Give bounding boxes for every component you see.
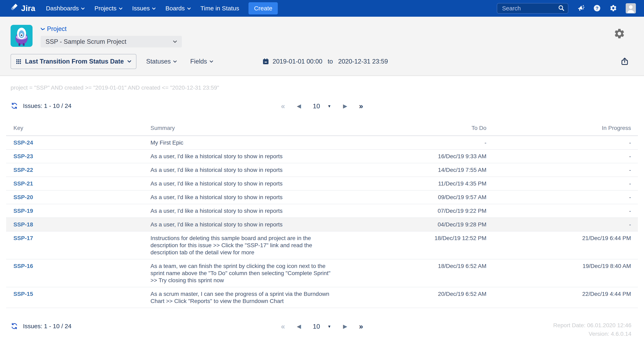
issue-key-cell: SSP-17 xyxy=(6,231,150,259)
table-row: SSP-17Instructions for deleting this sam… xyxy=(6,231,638,259)
report-version: Version: 4.6.0.14 xyxy=(553,330,632,338)
chevron-down-icon xyxy=(187,7,191,10)
issue-key-cell: SSP-15 xyxy=(6,287,150,308)
refresh-button[interactable] xyxy=(10,322,18,330)
in-progress-date-cell: - xyxy=(488,136,638,150)
page-size-select[interactable]: 10 ▼ xyxy=(313,323,331,330)
settings-button[interactable] xyxy=(610,4,617,13)
issues-toolbar-top: Issues: 1 - 10 / 24 « ◀ 10 ▼ ▶ » xyxy=(0,101,644,114)
nav-item-time-in-status[interactable]: Time in Status xyxy=(200,5,239,12)
user-avatar[interactable] xyxy=(626,3,636,14)
date-range-picker[interactable]: 2019-01-01 00:00 to 2020-12-31 23:59 xyxy=(262,58,388,65)
table-row: SSP-24My First Epic-- xyxy=(6,136,638,150)
page-size-value: 10 xyxy=(313,323,320,330)
issue-summary: As a user, I'd like a historical story t… xyxy=(150,218,346,231)
page-size-value: 10 xyxy=(313,102,320,110)
table-row: SSP-22As a user, I'd like a historical s… xyxy=(6,163,638,177)
statuses-label: Statuses xyxy=(146,58,171,65)
page-next-icon[interactable]: ▶ xyxy=(343,324,347,329)
megaphone-icon xyxy=(577,4,584,13)
table-row: SSP-20As a user, I'd like a historical s… xyxy=(6,190,638,204)
jql-query-text: project = "SSP" AND created >= "2019-01-… xyxy=(10,85,644,91)
issue-key-link[interactable]: SSP-15 xyxy=(14,291,33,297)
nav-item-label: Issues xyxy=(132,5,150,12)
column-header-key[interactable]: Key xyxy=(6,123,150,136)
in-progress-date-cell: - xyxy=(488,204,638,218)
page-prev-icon[interactable]: ◀ xyxy=(297,324,301,329)
report-settings-button[interactable] xyxy=(614,28,625,40)
issue-key-cell: SSP-24 xyxy=(6,136,150,150)
issue-summary: My First Epic xyxy=(150,136,346,150)
issue-summary: As a user, I'd like a historical story t… xyxy=(150,163,346,177)
statuses-dropdown[interactable]: Statuses xyxy=(146,58,177,65)
issues-count: Issues: 1 - 10 / 24 xyxy=(23,323,71,330)
table-row: SSP-16As a team, we can finish the sprin… xyxy=(6,259,638,287)
column-header-summary[interactable]: Summary xyxy=(150,123,346,136)
nav-item-label: Time in Status xyxy=(200,5,239,12)
issue-key-link[interactable]: SSP-21 xyxy=(14,181,33,187)
in-progress-date-cell: - xyxy=(488,149,638,163)
issue-key-link[interactable]: SSP-16 xyxy=(14,263,33,269)
export-button[interactable] xyxy=(620,57,629,66)
issue-key-link[interactable]: SSP-20 xyxy=(14,194,33,200)
page-prev-icon[interactable]: ◀ xyxy=(297,103,301,109)
create-button[interactable]: Create xyxy=(248,2,278,15)
project-avatar-icon xyxy=(10,25,32,47)
search-box[interactable] xyxy=(497,3,568,14)
issue-key-link[interactable]: SSP-23 xyxy=(14,153,33,159)
project-meta: Project SSP - Sample Scrum Project xyxy=(41,25,182,47)
page-last-icon[interactable]: » xyxy=(359,103,363,110)
nav-item-boards[interactable]: Boards xyxy=(165,5,190,12)
in-progress-date-cell: 21/Dec/19 6:44 PM xyxy=(488,231,638,259)
issues-table: Key Summary To Do In Progress SSP-24My F… xyxy=(6,123,638,308)
export-icon xyxy=(620,57,629,66)
page-last-icon[interactable]: » xyxy=(359,323,363,330)
page-next-icon[interactable]: ▶ xyxy=(343,103,347,109)
chevron-down-icon xyxy=(41,28,45,30)
nav-item-dashboards[interactable]: Dashboards xyxy=(46,5,85,12)
in-progress-date-cell: - xyxy=(488,163,638,177)
chevron-down-icon xyxy=(81,7,84,10)
issue-key-link[interactable]: SSP-17 xyxy=(14,235,33,241)
page-size-select[interactable]: 10 ▼ xyxy=(313,102,331,110)
jira-logo[interactable]: Jira xyxy=(9,3,36,14)
chevron-down-icon xyxy=(173,41,177,43)
metric-dropdown-button[interactable]: Last Transition From Status Date xyxy=(10,54,136,69)
refresh-button[interactable] xyxy=(10,102,18,110)
issue-summary: As a user, I'd like a historical story t… xyxy=(150,149,346,163)
in-progress-date-cell: - xyxy=(488,177,638,190)
page-first-icon[interactable]: « xyxy=(281,323,285,330)
project-section-toggle[interactable]: Project xyxy=(41,25,182,33)
fields-dropdown[interactable]: Fields xyxy=(190,58,213,65)
chevron-down-icon xyxy=(173,61,177,63)
nav-item-label: Projects xyxy=(94,5,116,12)
nav-item-projects[interactable]: Projects xyxy=(94,5,122,12)
announcements-button[interactable] xyxy=(577,4,584,13)
todo-date-cell: - xyxy=(346,136,488,150)
todo-date-cell: 09/Dec/19 9:57 AM xyxy=(346,190,488,204)
todo-date-cell: 20/Dec/19 6:52 AM xyxy=(346,287,488,308)
project-select[interactable]: SSP - Sample Scrum Project xyxy=(41,36,182,47)
help-button[interactable]: ? xyxy=(593,4,601,13)
grid-icon xyxy=(16,59,21,64)
nav-item-issues[interactable]: Issues xyxy=(132,5,156,12)
page-first-icon[interactable]: « xyxy=(281,103,285,110)
fields-label: Fields xyxy=(190,58,207,65)
search-input[interactable] xyxy=(502,5,558,12)
chevron-down-icon xyxy=(152,7,156,10)
issue-key-link[interactable]: SSP-18 xyxy=(14,221,33,228)
chevron-down-icon xyxy=(119,7,122,10)
issues-count: Issues: 1 - 10 / 24 xyxy=(23,102,71,109)
column-header-todo[interactable]: To Do xyxy=(346,123,488,136)
todo-date-cell: 18/Dec/19 12:52 PM xyxy=(346,231,488,259)
filter-row: Last Transition From Status Date Statuse… xyxy=(10,54,632,69)
metric-dropdown-label: Last Transition From Status Date xyxy=(25,58,124,65)
column-header-in-progress[interactable]: In Progress xyxy=(488,123,638,136)
issue-key-link[interactable]: SSP-22 xyxy=(14,167,33,173)
issue-key-link[interactable]: SSP-19 xyxy=(14,208,33,214)
report-date: Report Date: 06.01.2020 12:46 xyxy=(553,321,632,330)
issue-key-link[interactable]: SSP-24 xyxy=(14,139,33,146)
table-row: SSP-19As a user, I'd like a historical s… xyxy=(6,204,638,218)
issue-key-cell: SSP-20 xyxy=(6,190,150,204)
issue-key-cell: SSP-21 xyxy=(6,177,150,190)
